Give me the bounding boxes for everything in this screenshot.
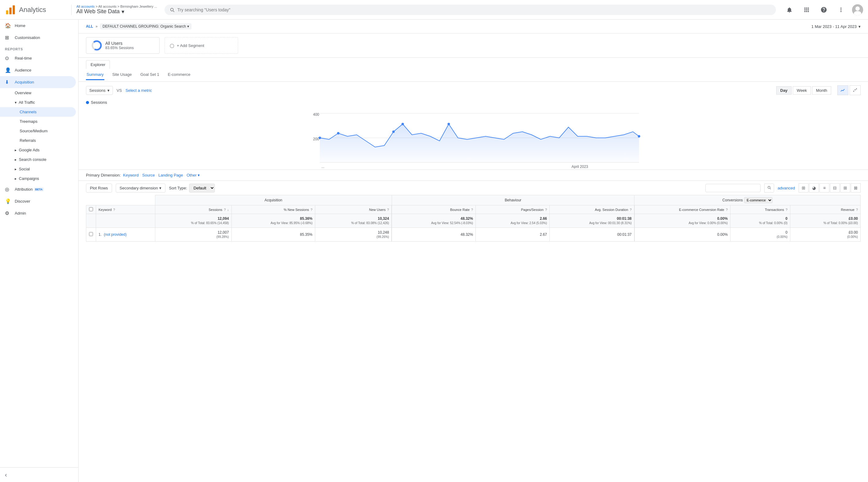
- landing-dim-link[interactable]: Landing Page: [158, 173, 183, 177]
- ecomm-rate-col-header[interactable]: E-commerce Conversion Rate ?: [634, 205, 731, 214]
- secondary-dim-dropdown-icon: ▾: [159, 186, 161, 190]
- add-segment-button[interactable]: ◯ + Add Segment: [164, 37, 238, 54]
- keyword-dim-link[interactable]: Keyword: [123, 173, 139, 177]
- tab-site-usage[interactable]: Site Usage: [112, 70, 133, 80]
- sidebar-item-realtime[interactable]: ⊙ Real-time: [0, 52, 76, 64]
- pages-session-col-header[interactable]: Pages/Session ?: [476, 205, 550, 214]
- transactions-help-icon[interactable]: ?: [786, 208, 787, 212]
- sidebar-search-console[interactable]: ▸ Search console: [0, 155, 76, 164]
- notifications-icon[interactable]: [783, 4, 796, 16]
- total-checkbox-cell: [86, 214, 96, 228]
- sidebar-item-audience[interactable]: 👤 Audience: [0, 64, 76, 76]
- plot-rows-button[interactable]: Plot Rows: [86, 184, 112, 192]
- all-accounts-link[interactable]: All accounts: [76, 5, 95, 8]
- sidebar-item-home[interactable]: 🏠 Home: [0, 20, 76, 32]
- conversions-type-select[interactable]: E-commerce: [744, 197, 773, 203]
- row1-checkbox[interactable]: [89, 232, 93, 236]
- row1-revenue-cell: £0.00(0.00%): [790, 228, 860, 242]
- table-search-button[interactable]: [764, 184, 774, 192]
- realtime-icon: ⊙: [5, 55, 11, 61]
- metric-selector[interactable]: Sessions ▾: [86, 86, 113, 95]
- channel-tag[interactable]: DEFAULT CHANNEL GROUPING: Organic Search…: [100, 23, 191, 29]
- all-users-segment[interactable]: All Users 83.65% Sessions: [86, 37, 160, 54]
- pie-view-button[interactable]: ◕: [809, 183, 819, 192]
- revenue-help-icon[interactable]: ?: [856, 208, 858, 212]
- row1-transactions-cell: 0(0.00%): [730, 228, 790, 242]
- sidebar-item-admin[interactable]: ⚙ Admin: [0, 207, 76, 219]
- day-button[interactable]: Day: [776, 86, 792, 95]
- total-pages-cell: 2.66 Avg for View: 2.54 (5.03%): [476, 214, 550, 228]
- transactions-col-header[interactable]: Transactions ?: [730, 205, 790, 214]
- ecomm-rate-help-icon[interactable]: ?: [726, 208, 728, 212]
- sidebar-collapse-button[interactable]: ‹: [0, 467, 78, 482]
- sidebar-item-discover[interactable]: 💡 Discover: [0, 195, 76, 207]
- table-search-input[interactable]: [705, 184, 761, 192]
- secondary-dimension-button[interactable]: Secondary dimension ▾: [116, 184, 165, 192]
- apps-icon[interactable]: [801, 4, 813, 16]
- svg-point-9: [855, 89, 856, 90]
- search-input[interactable]: [177, 7, 771, 12]
- select-metric-link[interactable]: Select a metric: [126, 88, 152, 93]
- source-dim-link[interactable]: Source: [142, 173, 155, 177]
- tab-summary[interactable]: Summary: [86, 70, 104, 80]
- bounce-rate-help-icon[interactable]: ?: [471, 208, 473, 212]
- sidebar-all-traffic[interactable]: ▾ All Traffic: [0, 98, 76, 107]
- row1-checkbox-cell[interactable]: [86, 228, 96, 242]
- bounce-rate-col-header[interactable]: Bounce Rate ?: [392, 205, 475, 214]
- comparison-view-button[interactable]: ⊠: [851, 183, 861, 192]
- map-view-button[interactable]: ⊞: [840, 183, 850, 192]
- chart-area: Sessions 400 200: [79, 99, 868, 170]
- sidebar-overview[interactable]: Overview: [0, 88, 76, 98]
- sessions-help-icon[interactable]: ?: [224, 208, 226, 212]
- sidebar-item-attribution[interactable]: ◎ Attribution BETA: [0, 183, 76, 195]
- sidebar-referrals[interactable]: Referrals: [0, 136, 76, 145]
- select-all-checkbox[interactable]: [89, 207, 93, 211]
- month-button[interactable]: Month: [812, 86, 831, 95]
- date-range-selector[interactable]: 1 Mar 2023 - 11 Apr 2023 ▾: [811, 24, 861, 29]
- avg-duration-help-icon[interactable]: ?: [630, 208, 632, 212]
- more-icon[interactable]: [835, 4, 847, 16]
- keyword-col-header[interactable]: Keyword ?: [96, 205, 155, 214]
- sidebar-item-acquisition[interactable]: ⬇ Acquisition: [0, 76, 76, 88]
- pages-session-help-icon[interactable]: ?: [545, 208, 547, 212]
- sidebar-campaigns[interactable]: ▸ Campaigns: [0, 174, 76, 183]
- sidebar-social[interactable]: ▸ Social: [0, 164, 76, 174]
- breadcrumb-separator: »: [95, 24, 98, 29]
- total-transactions-cell: 0 % of Total: 0.00% (0): [730, 214, 790, 228]
- advanced-link[interactable]: advanced: [778, 186, 795, 190]
- other-dim-link[interactable]: Other ▾: [187, 173, 200, 177]
- keyword-help-icon[interactable]: ?: [113, 208, 115, 212]
- sort-type-select[interactable]: Default: [189, 184, 215, 192]
- pivot-view-button[interactable]: ⊟: [830, 183, 840, 192]
- tab-goal-set-1[interactable]: Goal Set 1: [140, 70, 160, 80]
- help-icon[interactable]: [818, 4, 830, 16]
- search-input-wrap[interactable]: [164, 5, 776, 15]
- avatar[interactable]: [852, 4, 863, 16]
- search-bar: [164, 5, 776, 15]
- sidebar-treemaps[interactable]: Treemaps: [0, 117, 76, 126]
- scatter-chart-button[interactable]: [849, 85, 861, 95]
- sidebar-item-customisation[interactable]: ⊞ Customisation: [0, 32, 76, 43]
- new-users-help-icon[interactable]: ?: [387, 208, 389, 212]
- segments-bar: All Users 83.65% Sessions ◯ + Add Segmen…: [79, 33, 868, 58]
- week-button[interactable]: Week: [793, 86, 811, 95]
- sidebar-google-ads[interactable]: ▸ Google Ads: [0, 145, 76, 155]
- bar-view-button[interactable]: ≡: [819, 183, 829, 192]
- sidebar-channels[interactable]: Channels: [0, 107, 76, 117]
- revenue-col-header[interactable]: Revenue ?: [790, 205, 860, 214]
- pct-new-help-icon[interactable]: ?: [311, 208, 312, 212]
- new-users-col-header[interactable]: New Users ?: [315, 205, 392, 214]
- sidebar-source-medium[interactable]: Source/Medium: [0, 126, 76, 136]
- pct-new-sessions-col-header[interactable]: % New Sessions ?: [231, 205, 315, 214]
- svg-point-18: [337, 132, 339, 134]
- explorer-tab[interactable]: Explorer: [86, 60, 110, 69]
- tab-ecommerce[interactable]: E-commerce: [167, 70, 191, 80]
- table-view-button[interactable]: ⊞: [799, 183, 808, 192]
- svg-marker-16: [320, 124, 639, 162]
- all-link[interactable]: ALL: [86, 24, 93, 29]
- row1-keyword-link[interactable]: (not provided): [104, 232, 126, 237]
- property-selector[interactable]: All Web Site Data ▾: [76, 8, 157, 15]
- sessions-col-header[interactable]: Sessions ? ↓: [155, 205, 231, 214]
- avg-duration-col-header[interactable]: Avg. Session Duration ?: [550, 205, 634, 214]
- line-chart-button[interactable]: [837, 85, 848, 95]
